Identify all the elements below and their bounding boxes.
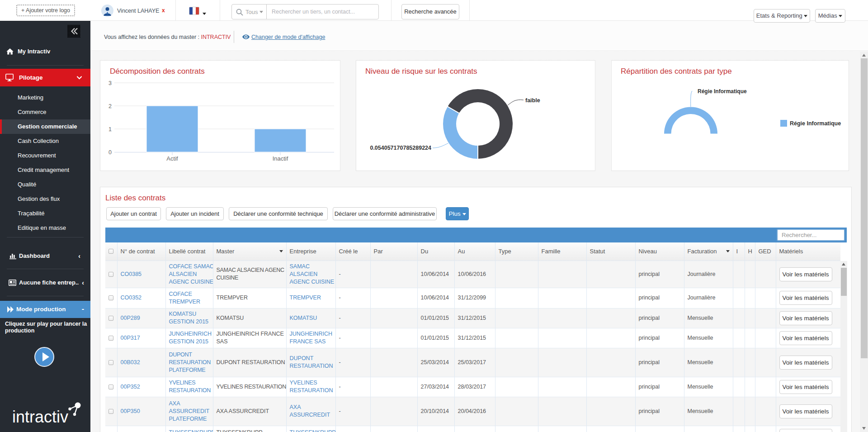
svg-text:1: 1 (108, 126, 112, 133)
svg-text:Régie Informatique: Régie Informatique (790, 120, 841, 127)
svg-text:3: 3 (108, 80, 112, 86)
svg-text:0: 0 (108, 149, 112, 156)
svg-text:faible: faible (525, 97, 540, 104)
svg-text:0.054057170785289224: 0.054057170785289224 (370, 145, 431, 151)
svg-text:Actif: Actif (166, 155, 178, 162)
svg-text:Inactif: Inactif (273, 155, 288, 162)
svg-text:Régie Informatique: Régie Informatique (698, 88, 747, 95)
svg-text:2: 2 (108, 103, 112, 109)
